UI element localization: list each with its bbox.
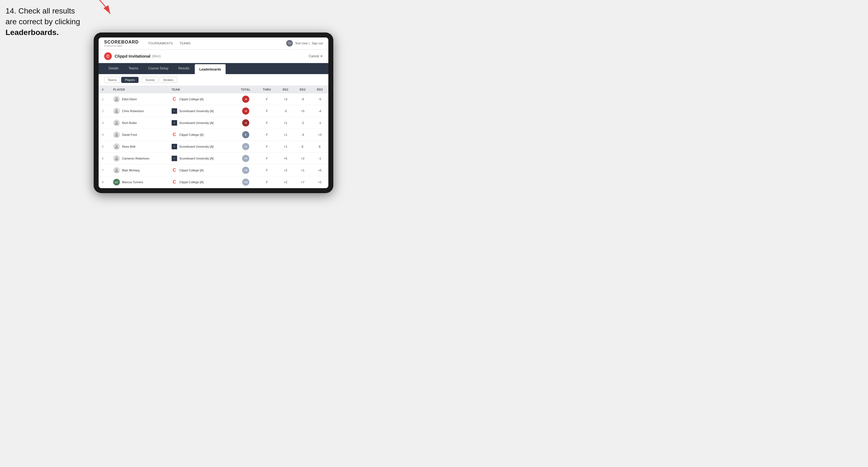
cell-rd2: +2	[294, 152, 311, 164]
cell-rd1: +1	[277, 129, 294, 141]
tab-details[interactable]: Details	[104, 63, 123, 74]
player-name: Marcus Turners	[122, 181, 143, 184]
cell-rd1: +1	[277, 117, 294, 129]
player-avatar	[113, 131, 120, 138]
team-name: Clippd College [A]	[179, 168, 204, 172]
cell-player: Chris Robertson	[110, 105, 168, 117]
cell-rd1: +2	[277, 176, 294, 188]
table-row: 7Blair McHargCClippd College [A]+9F+2+1+…	[99, 164, 328, 176]
cell-rank: 2	[99, 105, 110, 117]
cell-rd3: -1	[311, 117, 328, 129]
player-name: Blair McHarg	[122, 168, 140, 172]
col-rank: #	[99, 86, 110, 93]
cell-rd3: E	[311, 141, 328, 152]
cell-team: CClippd College [A]	[168, 164, 235, 176]
cell-total: +6	[235, 152, 257, 164]
filter-bar: Teams Players Scores Strokes	[99, 74, 328, 86]
logo-area: SCOREBOARD Powered by clippd	[104, 40, 139, 47]
cell-total: E	[235, 129, 257, 141]
cell-rd2: +1	[294, 164, 311, 176]
score-badge: +9	[242, 167, 249, 174]
team-name: Scoreboard University [A]	[179, 157, 214, 160]
cell-team: CClippd College [A]	[168, 93, 235, 105]
cell-rank: 1	[99, 93, 110, 105]
cell-thru: F	[257, 152, 277, 164]
cell-rank: 7	[99, 164, 110, 176]
tournament-name: Clippd Invitational	[115, 54, 150, 58]
col-player: PLAYER	[110, 86, 168, 93]
score-badge: +1	[242, 143, 249, 150]
filter-scores[interactable]: Scores	[142, 77, 158, 83]
cell-team: ≡Scoreboard University [A]	[168, 152, 235, 164]
player-avatar	[113, 155, 120, 162]
player-name: Rich Butler	[122, 121, 137, 125]
cell-thru: F	[257, 105, 277, 117]
tab-results[interactable]: Results	[174, 63, 194, 74]
tab-leaderboards[interactable]: Leaderboards	[195, 64, 225, 74]
user-avatar: TU	[286, 40, 293, 46]
cell-team: ≡Scoreboard University [A]	[168, 117, 235, 129]
team-logo: ≡	[172, 120, 177, 126]
team-name: Scoreboard University [A]	[179, 121, 214, 125]
cell-rd3: -5	[311, 93, 328, 105]
table-row: 2Chris Robertson≡Scoreboard University […	[99, 105, 328, 117]
cell-player: Rich Butler	[110, 117, 168, 129]
cell-rd1: +5	[277, 152, 294, 164]
table-row: 4David FordCClippd College [A]EF+1-4+3	[99, 129, 328, 141]
score-badge: -2	[242, 119, 249, 126]
cell-rd3: -4	[311, 105, 328, 117]
player-name: Rees Britt	[122, 145, 135, 148]
cell-total: +11	[235, 176, 257, 188]
player-avatar	[113, 108, 120, 114]
tab-teams[interactable]: Teams	[124, 63, 143, 74]
player-name: Chris Robertson	[122, 110, 144, 113]
cell-player: Blair McHarg	[110, 164, 168, 176]
cell-team: CClippd College [A]	[168, 176, 235, 188]
cell-player: David Ford	[110, 129, 168, 141]
filter-players[interactable]: Players	[121, 77, 138, 83]
cell-thru: F	[257, 117, 277, 129]
cell-team: ≡Scoreboard University [A]	[168, 141, 235, 152]
col-rd2: RD2	[294, 86, 311, 93]
player-avatar	[113, 120, 120, 126]
team-logo: C	[172, 132, 177, 137]
cell-player: Rees Britt	[110, 141, 168, 152]
player-name: Cameron Robertson	[122, 157, 149, 160]
player-name: David Ford	[122, 133, 137, 136]
player-avatar	[113, 96, 120, 102]
cell-rank: 6	[99, 152, 110, 164]
cell-rank: 4	[99, 129, 110, 141]
cell-rd1: -5	[277, 105, 294, 117]
col-thru: THRU	[257, 86, 277, 93]
table-row: 3Rich Butler≡Scoreboard University [A]-2…	[99, 117, 328, 129]
tab-course-setup[interactable]: Course Setup	[144, 63, 173, 74]
cell-player: MTMarcus Turners	[110, 176, 168, 188]
table-header: # PLAYER TEAM TOTAL THRU RD1 RD2 RD3	[99, 86, 328, 93]
filter-strokes[interactable]: Strokes	[159, 77, 177, 83]
header-right: TU Test User | Sign out	[286, 40, 323, 46]
sign-out-link[interactable]: Sign out	[312, 41, 323, 45]
cell-total: +9	[235, 164, 257, 176]
cell-rd1: +1	[277, 141, 294, 152]
team-name: Clippd College [A]	[179, 97, 204, 101]
score-badge: -8	[242, 96, 249, 103]
cell-thru: F	[257, 93, 277, 105]
filter-teams[interactable]: Teams	[104, 77, 120, 83]
team-logo: ≡	[172, 156, 177, 161]
team-name: Clippd College [A]	[179, 181, 204, 184]
svg-point-5	[116, 145, 118, 147]
tournament-logo: C	[104, 52, 112, 60]
cancel-button[interactable]: Cancel ✕	[309, 54, 323, 58]
app-logo-sub: Powered by clippd	[104, 44, 139, 47]
nav-teams[interactable]: TEAMS	[180, 40, 191, 46]
cell-rank: 5	[99, 141, 110, 152]
leaderboard-table: # PLAYER TEAM TOTAL THRU RD1 RD2 RD3 1El…	[99, 86, 328, 188]
cell-rank: 3	[99, 117, 110, 129]
tab-bar: Details Teams Course Setup Results Leade…	[99, 63, 328, 74]
close-icon: ✕	[320, 54, 323, 58]
table-row: 5Rees Britt≡Scoreboard University [A]+1F…	[99, 141, 328, 152]
nav-tournaments[interactable]: TOURNAMENTS	[148, 40, 173, 46]
cell-rd2: -4	[294, 129, 311, 141]
svg-point-3	[116, 121, 118, 123]
team-logo: ≡	[172, 108, 177, 114]
